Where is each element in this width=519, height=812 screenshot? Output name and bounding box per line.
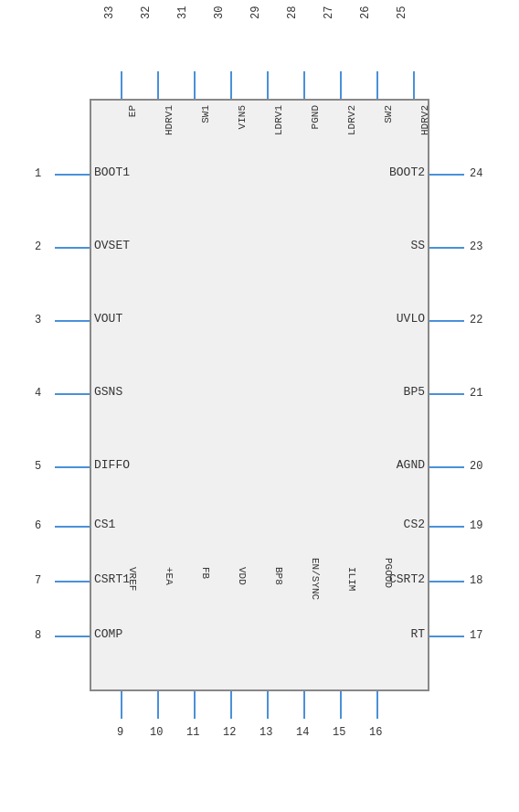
pin-21-label: BP5 [404, 385, 425, 399]
pin-30-label: VIN5 [237, 105, 248, 129]
pin-29-label: LDRV1 [273, 105, 284, 135]
pin-4-label: GSNS [94, 385, 122, 399]
pin-5-number: 5 [35, 460, 41, 473]
pin-2-number: 2 [35, 240, 41, 253]
pin-15-number: 15 [333, 726, 345, 739]
ic-body [90, 99, 429, 691]
pin-10-label: +EA [164, 567, 175, 585]
pin-19-label: CS2 [404, 518, 425, 531]
pin-23-number: 23 [470, 240, 482, 253]
pin-29-number: 29 [249, 6, 262, 19]
pin-17-number: 17 [470, 629, 482, 642]
pin-13-label: BP8 [273, 567, 284, 585]
pin-26-number: 26 [359, 6, 372, 19]
pin-14-label: EN/SYNC [310, 558, 321, 600]
pin-21-number: 21 [470, 387, 482, 400]
pin-26-label: SW2 [383, 105, 394, 123]
pin-7-number: 7 [35, 574, 41, 587]
pin-8-number: 8 [35, 629, 41, 642]
pin-27-label: LDRV2 [346, 105, 357, 135]
pin-10-number: 10 [150, 726, 163, 739]
pin-22-number: 22 [470, 314, 482, 326]
pin-33-label: EP [127, 105, 138, 117]
pin-12-number: 12 [223, 726, 236, 739]
pin-4-number: 4 [35, 387, 41, 400]
pin-24-number: 24 [470, 167, 482, 180]
pin-20-number: 20 [470, 460, 482, 473]
pin-1-number: 1 [35, 167, 41, 180]
pin-6-label: CS1 [94, 518, 115, 531]
pin-20-label: AGND [397, 458, 425, 472]
ic-schematic: 33 EP 32 HDRV1 31 SW1 30 VIN5 29 LDRV1 2… [0, 0, 519, 812]
pin-6-number: 6 [35, 519, 41, 532]
pin-32-number: 32 [140, 6, 153, 19]
pin-28-label: PGND [310, 105, 321, 129]
pin-1-label: BOOT1 [94, 166, 130, 179]
pin-3-label: VOUT [94, 312, 122, 326]
pin-22-label: UVLO [397, 312, 425, 326]
pin-7-label: CSRT1 [94, 572, 130, 586]
pin-14-number: 14 [296, 726, 309, 739]
pin-9-number: 9 [117, 726, 123, 739]
pin-11-number: 11 [186, 726, 199, 739]
pin-23-label: SS [410, 239, 425, 252]
pin-28-number: 28 [286, 6, 299, 19]
pin-18-label: CSRT2 [389, 572, 425, 586]
pin-25-label: HDRV2 [419, 105, 430, 135]
pin-31-number: 31 [176, 6, 189, 19]
pin-32-label: HDRV1 [164, 105, 175, 135]
pin-25-number: 25 [396, 6, 408, 19]
pin-5-label: DIFFO [94, 458, 130, 472]
pin-27-number: 27 [323, 6, 335, 19]
pin-8-label: COMP [94, 627, 122, 641]
pin-24-label: BOOT2 [389, 166, 425, 179]
pin-13-number: 13 [260, 726, 272, 739]
pin-16-number: 16 [369, 726, 382, 739]
pin-11-label: FB [200, 567, 211, 579]
pin-18-number: 18 [470, 574, 482, 587]
pin-31-label: SW1 [200, 105, 211, 123]
pin-2-label: OVSET [94, 239, 130, 252]
pin-12-label: VDD [237, 567, 248, 585]
pin-17-label: RT [410, 627, 425, 641]
pin-3-number: 3 [35, 314, 41, 326]
pin-15-label: ILIM [346, 567, 357, 591]
pin-30-number: 30 [213, 6, 226, 19]
pin-19-number: 19 [470, 519, 482, 532]
pin-33-number: 33 [103, 6, 116, 19]
